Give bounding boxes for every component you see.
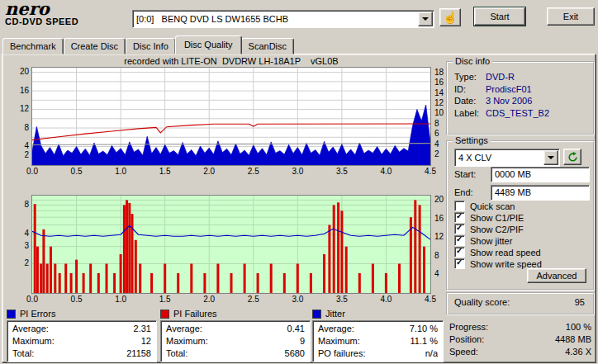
axis-tick: 8 [434,119,439,128]
axis-tick: 4.0 [377,167,395,176]
stat-label: Maximum: [12,335,55,347]
pi-failures-left-axis: 8432 [7,195,30,294]
pi-errors-chart [31,67,431,166]
checkbox-show-c2-pif[interactable]: Show C2/PIF [454,224,524,234]
axis-tick: 3.0 [288,167,306,176]
disc-info-label: Label: [454,107,486,120]
axis-tick: 16 [434,78,444,87]
start-button[interactable]: Start [474,7,525,26]
pi-failures-stats: Average:0.41 Maximum:9 Total:5680 [160,320,311,362]
axis-tick: 3.5 [333,295,351,304]
axis-tick: 6 [434,129,439,138]
checkbox-label: Show jitter [470,236,512,246]
jitter-swatch [312,310,321,319]
disc-info-label: Date: [454,95,486,107]
pi-failures-chart-canvas [32,196,430,293]
checkbox-box [454,212,465,223]
stat-label: Maximum: [318,335,360,347]
disc-info-row: Date:3 Nov 2006 [454,95,586,107]
hand-pointer-icon: ☝ [443,11,457,24]
axis-tick: 20 [20,67,29,76]
tab-scandisc[interactable]: ScanDisc [241,38,294,54]
jitter-legend-label: Jitter [325,309,345,319]
checkbox-box [454,201,465,211]
pi-failures-swatch [160,310,169,319]
checkbox-show-read-speed[interactable]: Show read speed [454,247,541,258]
checkbox-label: Show C1/PIE [470,213,524,223]
quality-score-label: Quality score: [454,297,510,307]
speed-label: Speed: [449,347,478,357]
end-position-label: End: [454,185,473,201]
axis-tick: 20 [434,195,444,204]
checkbox-label: Show read speed [470,248,541,258]
chart-title: recorded with LITE-ON DVDRW LH-18A1P vGL… [31,56,431,66]
stat-row: Maximum:11.1 % [313,335,443,347]
checkbox-show-jitter[interactable]: Show jitter [454,235,512,246]
disc-info-row: Label:CDS_TEST_B2 [454,107,586,120]
axis-tick: 4 [24,229,29,238]
exit-button[interactable]: Exit [547,7,595,26]
scan-speed-dropdown-button[interactable] [543,150,558,165]
axis-tick: 10 [434,108,444,117]
disc-info-group: Disc info Type:DVD-R ID:ProdiscF01 Date:… [446,61,595,135]
axis-tick: 4.5 [421,295,439,304]
nero-logo-text: nero [5,0,78,18]
axis-tick: 4 [434,269,439,278]
axis-tick: 18 [434,68,444,77]
stat-value: 5680 [285,347,305,360]
pi-errors-swatch [7,310,16,319]
axis-tick: 1.5 [156,295,174,304]
disc-info-row: Type:DVD-R [454,71,586,83]
axis-tick: 8 [434,251,439,260]
progress-row: Progress:100 % [449,322,591,333]
pi-errors-legend: PI Errors [7,309,55,319]
jitter-stats: Average:7.10 % Maximum:11.1 % PO failure… [312,320,444,362]
axis-tick: 3.0 [288,295,306,304]
refresh-icon [567,152,578,163]
disc-label-value: CDS_TEST_B2 [486,107,549,120]
axis-tick: 12 [20,104,29,113]
start-position-field[interactable]: 0000 MB [491,167,590,182]
position-value: 4488 MB [555,334,591,345]
tab-benchmark[interactable]: Benchmark [2,38,64,54]
checkbox-quick-scan[interactable]: Quick scan [454,201,515,211]
axis-tick: 1.0 [112,167,130,176]
tab-disc-quality[interactable]: Disc Quality [175,35,242,54]
stat-value: 9 [300,335,305,347]
nero-cd-dvd-speed-window: nero CD-DVD SPEED [0:0] BENQ DVD LS DW16… [0,0,598,364]
disc-type-value: DVD-R [486,71,515,83]
tab-disc-info[interactable]: Disc Info [126,38,176,54]
axis-tick: 4 [24,141,29,150]
axis-tick: 14 [434,88,444,97]
stat-value: 2.31 [134,323,151,335]
progress-value: 100 % [566,322,591,333]
stat-label: Average: [318,323,354,335]
stat-label: Average: [12,323,49,335]
refresh-speeds-button[interactable] [563,149,581,165]
axis-tick: 0.5 [68,295,86,304]
axis-tick: 2.0 [200,295,218,304]
end-position-field[interactable]: 4489 MB [491,185,590,201]
axis-tick: 2.5 [244,167,263,176]
advanced-button[interactable]: Advanced [527,268,586,283]
pointer-tool-button[interactable]: ☝ [439,8,461,26]
pi-errors-stats: Average:2.31 Maximum:12 Total:21158 [7,320,157,362]
drive-select-dropdown-button[interactable] [418,12,433,26]
checkbox-show-c1-pie[interactable]: Show C1/PIE [454,212,524,223]
axis-tick: 0.5 [68,167,86,176]
checkbox-label: Show write speed [470,259,542,269]
disc-date-value: 3 Nov 2006 [486,95,532,107]
progress-label: Progress: [449,322,488,333]
tab-create-disc[interactable]: Create Disc [64,38,126,54]
stat-row: Maximum:9 [161,335,310,347]
axis-tick: 3.5 [333,167,351,176]
stat-label: Average: [166,323,202,335]
axis-tick: 1.0 [112,295,130,304]
drive-select[interactable]: [0:0] BENQ DVD LS DW1655 BCHB [132,10,434,28]
scan-speed-select[interactable]: 4 X CLV [454,149,560,167]
stat-row: Maximum:12 [7,335,156,347]
checkbox-box [454,247,465,258]
checkbox-box [454,258,465,269]
axis-tick: 2 [434,149,439,158]
stat-row: Total:5680 [161,347,310,360]
